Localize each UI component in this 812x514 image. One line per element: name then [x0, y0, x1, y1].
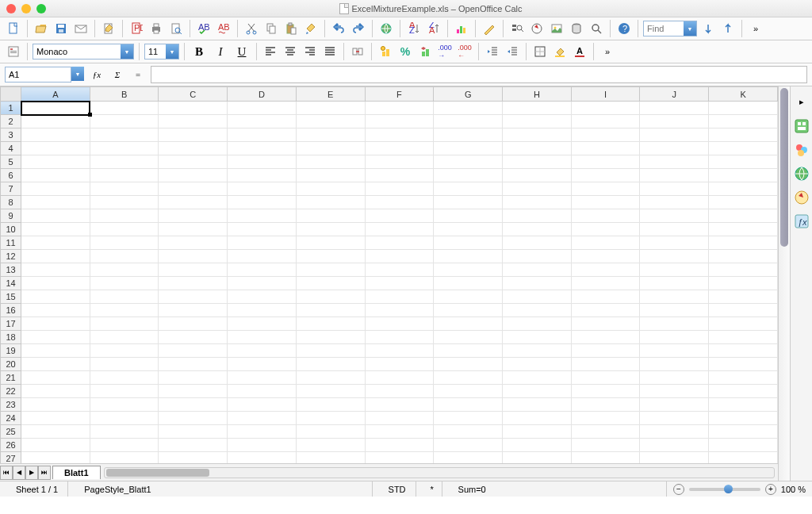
- cell-I1[interactable]: [571, 102, 640, 115]
- cell-J17[interactable]: [640, 317, 709, 331]
- row-header-23[interactable]: 23: [1, 398, 21, 412]
- status-insert-mode[interactable]: STD: [379, 481, 416, 497]
- font-color-button[interactable]: A: [571, 43, 588, 60]
- print-button[interactable]: [147, 20, 165, 37]
- cell-C1[interactable]: [159, 102, 228, 115]
- cell-G24[interactable]: [434, 412, 503, 425]
- cell-I21[interactable]: [571, 371, 640, 385]
- cell-E16[interactable]: [296, 304, 365, 317]
- cell-F26[interactable]: [365, 439, 434, 452]
- cell-D16[interactable]: [228, 304, 297, 317]
- cell-J16[interactable]: [640, 304, 709, 317]
- cell-H7[interactable]: [503, 182, 572, 196]
- cell-D11[interactable]: [228, 236, 297, 250]
- cell-E14[interactable]: [296, 277, 365, 290]
- cell-A16[interactable]: [21, 304, 90, 317]
- cell-H17[interactable]: [503, 317, 572, 331]
- cell-H27[interactable]: [503, 452, 572, 464]
- cell-F6[interactable]: [365, 169, 434, 182]
- cell-H18[interactable]: [503, 331, 572, 344]
- increase-indent-button[interactable]: [504, 43, 521, 60]
- cell-J10[interactable]: [640, 223, 709, 236]
- cell-I8[interactable]: [571, 196, 640, 209]
- cell-A13[interactable]: [21, 263, 90, 277]
- column-header-B[interactable]: B: [90, 87, 159, 102]
- cell-D3[interactable]: [228, 128, 297, 142]
- cell-A26[interactable]: [21, 439, 90, 452]
- cell-G21[interactable]: [434, 371, 503, 385]
- cell-J20[interactable]: [640, 358, 709, 371]
- row-header-13[interactable]: 13: [1, 263, 21, 277]
- styles-panel-icon[interactable]: [794, 142, 810, 158]
- cell-A14[interactable]: [21, 277, 90, 290]
- cell-H1[interactable]: [503, 102, 572, 115]
- cell-A1[interactable]: [21, 102, 90, 115]
- tab-first-button[interactable]: ⏮: [0, 466, 13, 480]
- cell-H3[interactable]: [503, 128, 572, 142]
- cell-B18[interactable]: [90, 331, 159, 344]
- cell-H8[interactable]: [503, 196, 572, 209]
- cell-A6[interactable]: [21, 169, 90, 182]
- cell-B7[interactable]: [90, 182, 159, 196]
- cell-G19[interactable]: [434, 344, 503, 358]
- row-header-22[interactable]: 22: [1, 385, 21, 398]
- cell-E1[interactable]: [296, 102, 365, 115]
- underline-button[interactable]: U: [232, 43, 251, 60]
- column-header-H[interactable]: H: [503, 87, 572, 102]
- cell-I13[interactable]: [571, 263, 640, 277]
- cell-A27[interactable]: [21, 452, 90, 464]
- cell-H20[interactable]: [503, 358, 572, 371]
- cell-A5[interactable]: [21, 155, 90, 169]
- cell-K20[interactable]: [709, 358, 778, 371]
- cell-A12[interactable]: [21, 250, 90, 263]
- name-box-arrow[interactable]: ▼: [71, 67, 84, 81]
- cell-G11[interactable]: [434, 236, 503, 250]
- cell-E23[interactable]: [296, 398, 365, 412]
- cell-F9[interactable]: [365, 209, 434, 223]
- edit-file-button[interactable]: [100, 20, 117, 37]
- name-box[interactable]: ▼: [5, 67, 84, 82]
- cell-A21[interactable]: [21, 371, 90, 385]
- cell-E19[interactable]: [296, 344, 365, 358]
- cell-D1[interactable]: [228, 102, 297, 115]
- background-color-button[interactable]: [551, 43, 569, 60]
- cell-E13[interactable]: [296, 263, 365, 277]
- cell-C6[interactable]: [159, 169, 228, 182]
- cell-K11[interactable]: [709, 236, 778, 250]
- cell-H16[interactable]: [503, 304, 572, 317]
- cell-K24[interactable]: [709, 412, 778, 425]
- find-next-button[interactable]: [699, 20, 717, 37]
- cell-E11[interactable]: [296, 236, 365, 250]
- cell-E6[interactable]: [296, 169, 365, 182]
- cell-F14[interactable]: [365, 277, 434, 290]
- find-replace-button[interactable]: [508, 20, 526, 37]
- redo-button[interactable]: [350, 20, 367, 37]
- cell-C24[interactable]: [159, 412, 228, 425]
- toolbar-overflow-button-2[interactable]: »: [599, 43, 616, 60]
- row-header-27[interactable]: 27: [1, 452, 21, 464]
- cell-J4[interactable]: [640, 142, 709, 155]
- zoom-out-button[interactable]: −: [673, 484, 684, 495]
- cell-I14[interactable]: [571, 277, 640, 290]
- cell-J24[interactable]: [640, 412, 709, 425]
- cell-K18[interactable]: [709, 331, 778, 344]
- percent-button[interactable]: %: [396, 43, 414, 60]
- cut-button[interactable]: [243, 20, 260, 37]
- cell-C23[interactable]: [159, 398, 228, 412]
- cell-I10[interactable]: [571, 223, 640, 236]
- cell-K6[interactable]: [709, 169, 778, 182]
- zoom-level[interactable]: 100 %: [781, 485, 806, 494]
- cell-K1[interactable]: [709, 102, 778, 115]
- cell-G5[interactable]: [434, 155, 503, 169]
- cell-K13[interactable]: [709, 263, 778, 277]
- cell-H12[interactable]: [503, 250, 572, 263]
- formula-input[interactable]: [151, 66, 807, 83]
- cell-E3[interactable]: [296, 128, 365, 142]
- cell-D13[interactable]: [228, 263, 297, 277]
- cell-B24[interactable]: [90, 412, 159, 425]
- cell-H5[interactable]: [503, 155, 572, 169]
- font-size-arrow[interactable]: ▼: [166, 44, 178, 59]
- cell-A3[interactable]: [21, 128, 90, 142]
- cell-B26[interactable]: [90, 439, 159, 452]
- cell-E24[interactable]: [296, 412, 365, 425]
